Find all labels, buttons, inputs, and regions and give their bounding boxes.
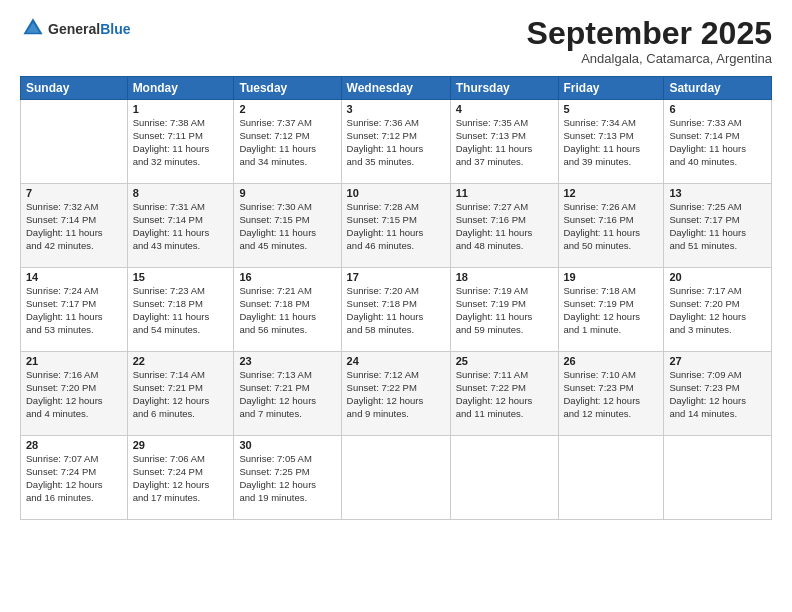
day-number: 12 [564, 187, 659, 199]
calendar-table: Sunday Monday Tuesday Wednesday Thursday… [20, 76, 772, 520]
day-number: 19 [564, 271, 659, 283]
col-thursday: Thursday [450, 77, 558, 100]
calendar-week-row: 14Sunrise: 7:24 AM Sunset: 7:17 PM Dayli… [21, 268, 772, 352]
table-row: 18Sunrise: 7:19 AM Sunset: 7:19 PM Dayli… [450, 268, 558, 352]
day-number: 30 [239, 439, 335, 451]
table-row: 16Sunrise: 7:21 AM Sunset: 7:18 PM Dayli… [234, 268, 341, 352]
day-number: 14 [26, 271, 122, 283]
day-info: Sunrise: 7:14 AM Sunset: 7:21 PM Dayligh… [133, 369, 229, 420]
day-number: 22 [133, 355, 229, 367]
day-number: 23 [239, 355, 335, 367]
col-wednesday: Wednesday [341, 77, 450, 100]
table-row: 5Sunrise: 7:34 AM Sunset: 7:13 PM Daylig… [558, 100, 664, 184]
page: GeneralBlue September 2025 Andalgala, Ca… [0, 0, 792, 612]
day-info: Sunrise: 7:25 AM Sunset: 7:17 PM Dayligh… [669, 201, 766, 252]
day-info: Sunrise: 7:17 AM Sunset: 7:20 PM Dayligh… [669, 285, 766, 336]
day-info: Sunrise: 7:16 AM Sunset: 7:20 PM Dayligh… [26, 369, 122, 420]
day-info: Sunrise: 7:28 AM Sunset: 7:15 PM Dayligh… [347, 201, 445, 252]
day-number: 17 [347, 271, 445, 283]
day-number: 16 [239, 271, 335, 283]
title-block: September 2025 Andalgala, Catamarca, Arg… [527, 16, 772, 66]
table-row: 6Sunrise: 7:33 AM Sunset: 7:14 PM Daylig… [664, 100, 772, 184]
table-row: 17Sunrise: 7:20 AM Sunset: 7:18 PM Dayli… [341, 268, 450, 352]
day-info: Sunrise: 7:23 AM Sunset: 7:18 PM Dayligh… [133, 285, 229, 336]
table-row: 1Sunrise: 7:38 AM Sunset: 7:11 PM Daylig… [127, 100, 234, 184]
day-number: 21 [26, 355, 122, 367]
day-info: Sunrise: 7:06 AM Sunset: 7:24 PM Dayligh… [133, 453, 229, 504]
header: GeneralBlue September 2025 Andalgala, Ca… [20, 16, 772, 66]
day-number: 4 [456, 103, 553, 115]
col-tuesday: Tuesday [234, 77, 341, 100]
day-info: Sunrise: 7:11 AM Sunset: 7:22 PM Dayligh… [456, 369, 553, 420]
day-number: 26 [564, 355, 659, 367]
day-number: 8 [133, 187, 229, 199]
table-row: 9Sunrise: 7:30 AM Sunset: 7:15 PM Daylig… [234, 184, 341, 268]
location-subtitle: Andalgala, Catamarca, Argentina [527, 51, 772, 66]
month-title: September 2025 [527, 16, 772, 51]
table-row: 29Sunrise: 7:06 AM Sunset: 7:24 PM Dayli… [127, 436, 234, 520]
calendar-week-row: 7Sunrise: 7:32 AM Sunset: 7:14 PM Daylig… [21, 184, 772, 268]
day-info: Sunrise: 7:32 AM Sunset: 7:14 PM Dayligh… [26, 201, 122, 252]
table-row: 30Sunrise: 7:05 AM Sunset: 7:25 PM Dayli… [234, 436, 341, 520]
logo: GeneralBlue [20, 16, 130, 42]
day-info: Sunrise: 7:19 AM Sunset: 7:19 PM Dayligh… [456, 285, 553, 336]
day-info: Sunrise: 7:24 AM Sunset: 7:17 PM Dayligh… [26, 285, 122, 336]
table-row: 22Sunrise: 7:14 AM Sunset: 7:21 PM Dayli… [127, 352, 234, 436]
day-info: Sunrise: 7:12 AM Sunset: 7:22 PM Dayligh… [347, 369, 445, 420]
day-info: Sunrise: 7:13 AM Sunset: 7:21 PM Dayligh… [239, 369, 335, 420]
table-row: 12Sunrise: 7:26 AM Sunset: 7:16 PM Dayli… [558, 184, 664, 268]
table-row [664, 436, 772, 520]
table-row [558, 436, 664, 520]
table-row: 3Sunrise: 7:36 AM Sunset: 7:12 PM Daylig… [341, 100, 450, 184]
day-number: 9 [239, 187, 335, 199]
day-number: 2 [239, 103, 335, 115]
table-row: 21Sunrise: 7:16 AM Sunset: 7:20 PM Dayli… [21, 352, 128, 436]
day-info: Sunrise: 7:31 AM Sunset: 7:14 PM Dayligh… [133, 201, 229, 252]
day-info: Sunrise: 7:35 AM Sunset: 7:13 PM Dayligh… [456, 117, 553, 168]
calendar-header-row: Sunday Monday Tuesday Wednesday Thursday… [21, 77, 772, 100]
day-number: 10 [347, 187, 445, 199]
table-row: 13Sunrise: 7:25 AM Sunset: 7:17 PM Dayli… [664, 184, 772, 268]
table-row: 27Sunrise: 7:09 AM Sunset: 7:23 PM Dayli… [664, 352, 772, 436]
day-info: Sunrise: 7:27 AM Sunset: 7:16 PM Dayligh… [456, 201, 553, 252]
table-row [21, 100, 128, 184]
logo-icon [22, 16, 44, 38]
day-info: Sunrise: 7:07 AM Sunset: 7:24 PM Dayligh… [26, 453, 122, 504]
table-row [341, 436, 450, 520]
table-row: 10Sunrise: 7:28 AM Sunset: 7:15 PM Dayli… [341, 184, 450, 268]
table-row: 2Sunrise: 7:37 AM Sunset: 7:12 PM Daylig… [234, 100, 341, 184]
day-number: 1 [133, 103, 229, 115]
table-row: 8Sunrise: 7:31 AM Sunset: 7:14 PM Daylig… [127, 184, 234, 268]
day-number: 15 [133, 271, 229, 283]
table-row: 4Sunrise: 7:35 AM Sunset: 7:13 PM Daylig… [450, 100, 558, 184]
col-monday: Monday [127, 77, 234, 100]
table-row: 14Sunrise: 7:24 AM Sunset: 7:17 PM Dayli… [21, 268, 128, 352]
day-info: Sunrise: 7:09 AM Sunset: 7:23 PM Dayligh… [669, 369, 766, 420]
day-number: 6 [669, 103, 766, 115]
day-number: 29 [133, 439, 229, 451]
day-info: Sunrise: 7:34 AM Sunset: 7:13 PM Dayligh… [564, 117, 659, 168]
table-row: 7Sunrise: 7:32 AM Sunset: 7:14 PM Daylig… [21, 184, 128, 268]
day-number: 28 [26, 439, 122, 451]
col-sunday: Sunday [21, 77, 128, 100]
day-number: 25 [456, 355, 553, 367]
day-info: Sunrise: 7:05 AM Sunset: 7:25 PM Dayligh… [239, 453, 335, 504]
day-number: 5 [564, 103, 659, 115]
day-number: 27 [669, 355, 766, 367]
day-number: 13 [669, 187, 766, 199]
day-info: Sunrise: 7:18 AM Sunset: 7:19 PM Dayligh… [564, 285, 659, 336]
day-info: Sunrise: 7:10 AM Sunset: 7:23 PM Dayligh… [564, 369, 659, 420]
day-number: 3 [347, 103, 445, 115]
col-saturday: Saturday [664, 77, 772, 100]
day-number: 20 [669, 271, 766, 283]
calendar-week-row: 28Sunrise: 7:07 AM Sunset: 7:24 PM Dayli… [21, 436, 772, 520]
day-number: 7 [26, 187, 122, 199]
logo-blue: Blue [100, 21, 130, 37]
logo-general: General [48, 21, 100, 37]
table-row: 15Sunrise: 7:23 AM Sunset: 7:18 PM Dayli… [127, 268, 234, 352]
day-info: Sunrise: 7:37 AM Sunset: 7:12 PM Dayligh… [239, 117, 335, 168]
table-row: 28Sunrise: 7:07 AM Sunset: 7:24 PM Dayli… [21, 436, 128, 520]
table-row: 25Sunrise: 7:11 AM Sunset: 7:22 PM Dayli… [450, 352, 558, 436]
table-row: 20Sunrise: 7:17 AM Sunset: 7:20 PM Dayli… [664, 268, 772, 352]
table-row [450, 436, 558, 520]
